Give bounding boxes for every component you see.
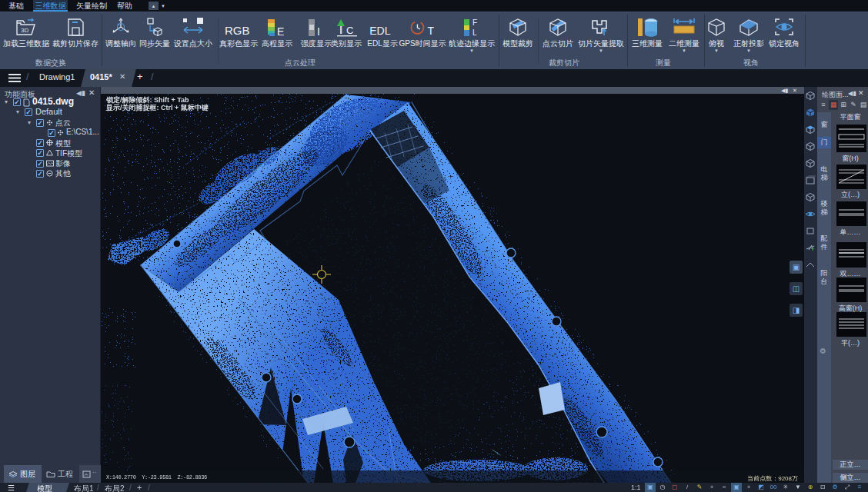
svg-text:L: L [472,28,477,37]
svg-text:E: E [277,25,284,38]
svg-text:3D: 3D [21,27,28,34]
svg-text:EDL: EDL [369,25,390,37]
svg-text:C: C [346,25,353,36]
svg-text:I: I [317,25,320,38]
svg-text:RGB: RGB [225,24,250,37]
svg-text:T: T [427,25,434,37]
svg-text:F: F [472,18,477,27]
